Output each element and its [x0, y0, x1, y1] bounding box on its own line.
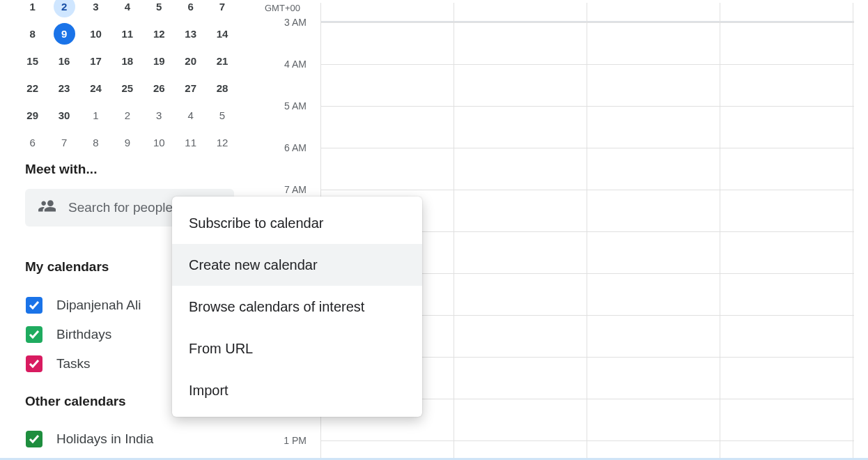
mini-cal-day[interactable]: 8 [17, 20, 48, 47]
mini-cal-day[interactable]: 27 [175, 75, 206, 102]
mini-cal-day[interactable]: 6 [175, 0, 206, 20]
hour-label: 4 AM [284, 59, 307, 70]
hour-label: 5 AM [284, 100, 307, 112]
menu-item[interactable]: From URL [172, 328, 422, 369]
mini-cal-day[interactable]: 10 [80, 20, 111, 47]
other-calendars-heading[interactable]: Other calendars [25, 394, 126, 409]
mini-cal-day[interactable]: 9 [111, 129, 143, 156]
day-separator [454, 3, 454, 460]
mini-cal-day[interactable]: 22 [17, 75, 48, 102]
mini-cal-day[interactable]: 14 [206, 20, 238, 47]
mini-cal-day[interactable]: 30 [48, 102, 79, 129]
calendar-item[interactable]: Tasks [26, 355, 91, 372]
mini-cal-day[interactable]: 23 [48, 75, 79, 102]
mini-cal-day[interactable]: 9 [48, 20, 79, 47]
mini-cal-day[interactable]: 13 [175, 20, 206, 47]
menu-item[interactable]: Create new calendar [172, 244, 422, 286]
mini-cal-day[interactable]: 7 [48, 129, 79, 156]
checkbox-icon [26, 326, 42, 343]
mini-cal-day[interactable]: 18 [111, 47, 143, 75]
mini-cal-day[interactable]: 16 [48, 47, 79, 75]
add-calendar-menu: Subscribe to calendarCreate new calendar… [172, 197, 422, 417]
calendar-item-label: Holidays in India [56, 431, 153, 447]
mini-calendar[interactable]: 1234567891011121314151617181920212223242… [17, 0, 238, 156]
checkbox-icon [26, 297, 42, 314]
day-separator [720, 3, 720, 460]
mini-cal-day[interactable]: 6 [17, 129, 48, 156]
hour-line [320, 148, 854, 148]
hour-label: 7 AM [284, 184, 307, 195]
day-separator [853, 3, 853, 460]
mini-cal-day[interactable]: 1 [80, 102, 111, 129]
mini-cal-day[interactable]: 4 [175, 102, 206, 129]
hour-line [320, 64, 854, 65]
hour-line [320, 190, 854, 190]
mini-cal-day[interactable]: 3 [80, 0, 111, 20]
hour-label: 1 PM [284, 435, 307, 446]
mini-cal-day[interactable]: 5 [206, 102, 238, 129]
meet-with-heading: Meet with... [25, 162, 98, 177]
mini-cal-day[interactable]: 11 [111, 20, 143, 47]
mini-cal-day[interactable]: 28 [206, 75, 238, 102]
calendar-item-label: Birthdays [56, 327, 111, 342]
mini-cal-day[interactable]: 2 [48, 0, 79, 20]
mini-cal-day[interactable]: 29 [17, 102, 48, 129]
day-separator [587, 3, 587, 460]
hour-label: 3 AM [284, 17, 307, 28]
mini-cal-day[interactable]: 19 [144, 47, 175, 75]
mini-cal-day[interactable]: 10 [144, 129, 175, 156]
mini-cal-day[interactable]: 7 [206, 0, 238, 20]
menu-item[interactable]: Import [172, 369, 422, 411]
mini-cal-day[interactable]: 4 [111, 0, 143, 20]
mini-cal-day[interactable]: 5 [144, 0, 175, 20]
menu-item[interactable]: Browse calendars of interest [172, 286, 422, 328]
calendar-item[interactable]: Holidays in India [26, 431, 153, 447]
mini-cal-day[interactable]: 21 [206, 47, 238, 75]
mini-cal-day[interactable]: 24 [80, 75, 111, 102]
mini-cal-day[interactable]: 8 [80, 129, 111, 156]
mini-cal-day[interactable]: 2 [111, 102, 143, 129]
mini-cal-day[interactable]: 12 [144, 20, 175, 47]
mini-cal-day[interactable]: 20 [175, 47, 206, 75]
calendar-item-label: Tasks [56, 356, 91, 371]
mini-cal-day[interactable]: 26 [144, 75, 175, 102]
hour-line [320, 440, 854, 441]
mini-cal-day[interactable]: 15 [17, 47, 48, 75]
mini-cal-day[interactable]: 1 [17, 0, 48, 20]
calendar-item[interactable]: Dipanjenah Ali [26, 297, 141, 314]
hour-line [320, 22, 854, 23]
people-icon [38, 197, 56, 218]
mini-cal-day[interactable]: 3 [144, 102, 175, 129]
menu-item[interactable]: Subscribe to calendar [172, 202, 422, 244]
calendar-item[interactable]: Birthdays [26, 326, 111, 343]
mini-cal-day[interactable]: 12 [206, 129, 238, 156]
checkbox-icon [26, 355, 42, 372]
timezone-label: GMT+00 [265, 3, 300, 13]
my-calendars-heading[interactable]: My calendars [25, 259, 109, 275]
hour-label: 6 AM [284, 142, 307, 153]
mini-cal-day[interactable]: 17 [80, 47, 111, 75]
calendar-item-label: Dipanjenah Ali [56, 298, 141, 313]
hour-line [320, 106, 854, 107]
mini-cal-day[interactable]: 11 [175, 129, 206, 156]
mini-cal-day[interactable]: 25 [111, 75, 143, 102]
checkbox-icon [26, 431, 42, 447]
